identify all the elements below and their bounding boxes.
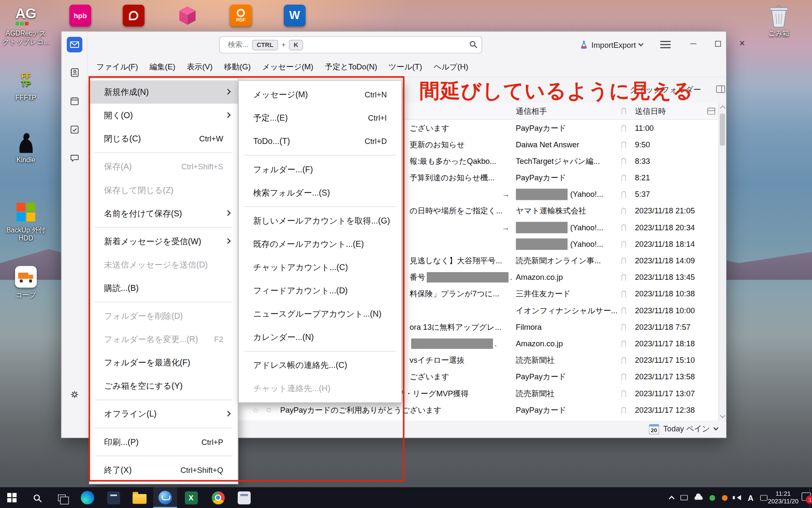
desktop-icon-coop[interactable]: コープ <box>2 264 50 299</box>
unread-dot-icon[interactable] <box>267 408 271 412</box>
taskbar-app-chrome[interactable] <box>206 487 230 508</box>
menu-item[interactable]: 新規作成(N) <box>90 80 238 104</box>
annotation-text: 間延びしているように見える <box>420 77 694 105</box>
menu-item[interactable]: フィードアカウント...(D) <box>239 279 401 302</box>
taskbar-search-button[interactable] <box>25 487 49 508</box>
scrollbar[interactable] <box>718 103 726 420</box>
desktop-icon-hpb[interactable]: hpb <box>57 3 104 28</box>
attachment-column-icon[interactable] <box>621 108 626 115</box>
taskbar-app-excel[interactable]: X <box>179 487 203 508</box>
menu-item[interactable]: 名前を付けて保存(S) <box>90 202 238 225</box>
tray-expand-icon[interactable] <box>669 496 675 502</box>
icon-label: ごみ箱 <box>755 30 803 38</box>
menu-item[interactable]: 終了(X) Ctrl+Shift+Q <box>90 458 238 481</box>
menu-item[interactable]: カレンダー...(N) <box>239 326 401 349</box>
menubar-item[interactable]: ファイル(F) <box>91 59 144 75</box>
today-pane-button[interactable]: 20 Today ペイン <box>649 422 718 436</box>
menu-item[interactable]: チャット連絡先...(H) <box>239 377 401 400</box>
desktop-icon-word-doc[interactable]: W <box>272 3 318 28</box>
minimize-button[interactable] <box>685 36 702 51</box>
menu-item[interactable]: 未送信メッセージを送信(D) <box>90 253 238 276</box>
mail-space-button[interactable] <box>67 37 82 52</box>
task-view-button[interactable] <box>50 487 74 508</box>
menu-item[interactable]: 新着メッセージを受信(W) <box>90 229 238 253</box>
column-date[interactable]: 送信日時 <box>635 107 666 116</box>
desktop-icon-cubepdf[interactable]: PDF <box>217 3 264 28</box>
menu-item[interactable]: 新しいメールアカウントを取得...(G) <box>239 209 401 232</box>
importexport-button[interactable]: ImportExport <box>576 37 646 52</box>
menu-item[interactable]: フォルダーを最適化(F) <box>90 351 238 374</box>
green-tray-icon[interactable] <box>710 495 715 500</box>
scrollbar-thumb[interactable] <box>720 113 725 146</box>
taskbar-clock[interactable]: 11:21 2023/11/20 <box>768 490 798 505</box>
menu-item[interactable]: 予定...(E) Ctrl+I <box>239 106 401 130</box>
menu-item[interactable]: メッセージ(M) Ctrl+N <box>239 83 401 106</box>
menubar-item[interactable]: 予定とToDo(N) <box>319 59 383 75</box>
menu-item[interactable]: ごみ箱を空にする(Y) <box>90 374 238 398</box>
taskbar-file-explorer[interactable] <box>127 487 151 508</box>
maximize-button[interactable] <box>710 36 726 51</box>
menu-item[interactable]: 印刷...(P) Ctrl+P <box>90 430 238 453</box>
taskbar-app-light[interactable] <box>232 487 256 508</box>
column-picker-icon[interactable] <box>708 108 715 115</box>
desktop-icon-backup-hdd[interactable]: BackUp 外付 HDD <box>2 199 50 243</box>
calendar-space-button[interactable] <box>67 93 82 109</box>
menu-item[interactable]: オフライン(L) <box>90 402 238 425</box>
menu-item[interactable]: 検索フォルダー...(S) <box>239 181 401 204</box>
desktop-icon-acrobat[interactable] <box>110 3 157 28</box>
monitor-tray-icon[interactable] <box>680 495 688 500</box>
menu-item[interactable]: 保存(A) Ctrl+Shift+S <box>90 155 238 178</box>
desktop-icon-kindle[interactable]: Kindle <box>2 130 50 164</box>
desktop-icon-cube-app[interactable] <box>164 3 211 28</box>
mail-correspondent: 三井住友カード <box>516 286 617 302</box>
menu-item[interactable]: フォルダーを削除(D) <box>90 304 238 328</box>
layout-columns-icon[interactable] <box>716 86 725 93</box>
menu-item[interactable]: 購読...(B) <box>90 276 238 300</box>
column-correspondent[interactable]: 通信相手 <box>516 107 547 116</box>
menu-item[interactable]: チャットアカウント...(C) <box>239 256 401 279</box>
menu-item[interactable]: 保存して閉じる(Z) <box>90 178 238 202</box>
keyboard-tray-icon[interactable] <box>760 495 768 500</box>
orange-tray-icon[interactable] <box>722 495 727 500</box>
menubar-item[interactable]: ヘルプ(H) <box>428 59 474 75</box>
menubar-item[interactable]: 移動(G) <box>218 59 256 75</box>
menubar-item[interactable]: メッセージ(M) <box>256 59 319 75</box>
desktop-icon-trash[interactable]: ごみ箱 <box>755 3 803 38</box>
menubar-item[interactable]: 編集(E) <box>144 59 181 75</box>
menu-item[interactable]: 既存のメールアカウント...(E) <box>239 232 401 256</box>
chat-space-button[interactable] <box>67 150 82 166</box>
desktop-icon-agdrec[interactable]: AG AGDRecデス クトップレコ... <box>2 3 50 46</box>
taskbar-app-edge[interactable] <box>76 487 99 508</box>
icon-label: BackUp 外付 HDD <box>2 226 50 243</box>
speaker-icon[interactable] <box>735 495 741 500</box>
menu-item[interactable]: ToDo...(T) Ctrl+D <box>239 130 401 153</box>
menubar-item[interactable]: ツール(T) <box>383 59 428 75</box>
desktop-icon-ffftp[interactable]: FF TP FFFTP <box>2 67 50 102</box>
ime-mode-indicator[interactable]: A <box>748 493 753 502</box>
tasks-space-button[interactable] <box>67 122 82 138</box>
menu-item[interactable]: アドレス帳の連絡先...(C) <box>239 353 401 377</box>
menu-item[interactable]: 閉じる(C) Ctrl+W <box>90 127 238 150</box>
scroll-down-icon[interactable] <box>720 413 725 418</box>
taskbar-app-thunderbird[interactable] <box>153 487 177 508</box>
close-button[interactable]: × <box>734 36 750 51</box>
search-input[interactable]: 検索... CTRL + K <box>219 36 482 53</box>
start-button[interactable] <box>0 487 24 508</box>
menu-item <box>244 155 396 155</box>
addressbook-space-button[interactable] <box>67 65 82 80</box>
taskbar-app-dark[interactable] <box>102 487 125 508</box>
icon-label: FFFTP <box>2 94 50 102</box>
show-desktop-button[interactable] <box>809 487 812 508</box>
cloud-tray-icon[interactable] <box>694 496 703 500</box>
app-menu-button[interactable] <box>660 41 670 50</box>
menu-item[interactable]: 開く(O) <box>90 104 238 127</box>
star-icon[interactable]: ☆ <box>252 402 259 418</box>
menu-item[interactable]: ニュースグループアカウント...(N) <box>239 302 401 326</box>
redacted-box <box>427 272 508 282</box>
menu-item[interactable]: フォルダー...(F) <box>239 157 401 181</box>
menu-item[interactable]: フォルダー名を変更...(R) F2 <box>90 328 238 351</box>
settings-gear-button[interactable] <box>67 387 82 402</box>
scroll-up-icon[interactable] <box>720 105 725 110</box>
menu-item-shortcut: Ctrl+I <box>368 106 387 130</box>
menubar-item[interactable]: 表示(V) <box>181 59 218 75</box>
